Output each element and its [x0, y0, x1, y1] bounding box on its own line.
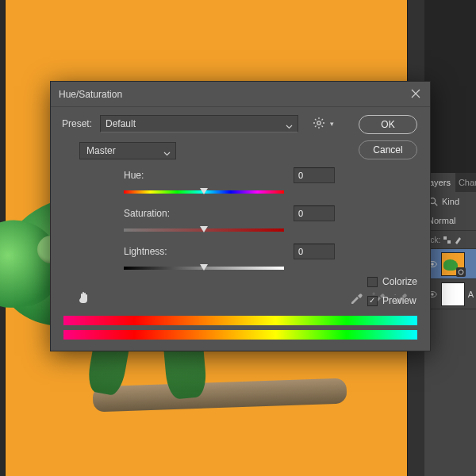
eyedropper-button[interactable]	[349, 290, 363, 307]
layer-filter-row[interactable]: Kind	[424, 192, 476, 211]
channel-value: Master	[86, 145, 116, 156]
layers-panel: ayers Chan Kind Normal ock: A	[424, 173, 476, 476]
preview-label: Preview	[382, 295, 416, 306]
svg-line-18	[315, 125, 317, 127]
output-spectrum	[63, 330, 417, 340]
layer-locks-row: ock:	[424, 230, 476, 249]
svg-point-5	[431, 263, 434, 266]
slider-thumb[interactable]	[200, 188, 208, 194]
gear-menu-caret: ▾	[330, 120, 334, 128]
layer-thumbnail	[441, 282, 465, 306]
dialog-title: Hue/Saturation	[59, 89, 411, 100]
svg-rect-3	[447, 240, 451, 244]
gear-icon	[313, 117, 325, 129]
layer-row-background[interactable]: A	[424, 279, 476, 309]
svg-point-6	[459, 270, 463, 274]
close-button[interactable]	[411, 89, 422, 100]
close-icon	[411, 89, 420, 98]
adjustment-badge-icon	[456, 267, 466, 277]
svg-line-19	[322, 119, 324, 121]
svg-point-8	[431, 293, 433, 295]
preset-menu-button[interactable]	[306, 117, 325, 132]
dialog-titlebar[interactable]: Hue/Saturation	[51, 82, 430, 107]
svg-point-11	[317, 121, 321, 124]
lightness-input[interactable]: 0	[294, 244, 335, 259]
svg-line-1	[435, 203, 438, 206]
saturation-input[interactable]: 0	[294, 205, 335, 221]
layer-label-suffix: A	[468, 290, 474, 299]
cancel-button[interactable]: Cancel	[359, 140, 417, 159]
chevron-down-icon	[286, 121, 293, 132]
lightness-label[interactable]: Lightness:	[124, 246, 190, 257]
hand-icon	[76, 290, 92, 305]
lightness-slider[interactable]	[124, 264, 284, 272]
blend-mode-value: Normal	[428, 216, 455, 225]
preset-value: Default	[106, 118, 136, 129]
brush-icon[interactable]	[454, 236, 463, 244]
chevron-down-icon	[163, 148, 171, 159]
tab-channels[interactable]: Chan	[455, 178, 476, 187]
saturation-slider[interactable]	[124, 226, 284, 234]
saturation-label[interactable]: Saturation:	[124, 208, 190, 219]
channel-dropdown[interactable]: Master	[79, 142, 176, 159]
hue-label[interactable]: Hue:	[124, 170, 190, 181]
lock-pixels-icon[interactable]	[443, 236, 451, 244]
layer-row-adjustment[interactable]	[424, 249, 476, 279]
layer-thumbnail	[441, 252, 465, 276]
svg-rect-2	[443, 236, 447, 240]
preset-label: Preset:	[62, 118, 92, 129]
eyedropper-icon	[349, 290, 363, 305]
colorize-checkbox[interactable]	[367, 277, 378, 287]
layer-filter-label: Kind	[442, 197, 459, 206]
hue-saturation-dialog: Hue/Saturation Preset: Default ▾ OK Canc…	[50, 81, 431, 351]
hue-input[interactable]: 0	[294, 167, 335, 183]
blend-mode-dropdown[interactable]: Normal	[424, 211, 476, 230]
slider-thumb[interactable]	[200, 226, 208, 232]
ok-button[interactable]: OK	[359, 115, 417, 134]
hue-slider[interactable]	[124, 188, 284, 196]
preview-checkbox[interactable]	[367, 296, 378, 306]
svg-line-16	[315, 119, 317, 121]
colorize-label: Colorize	[382, 276, 417, 287]
preset-dropdown[interactable]: Default	[100, 115, 298, 132]
targeted-adjustment-button[interactable]	[76, 290, 92, 308]
slider-thumb[interactable]	[200, 264, 208, 271]
svg-line-17	[322, 125, 324, 127]
input-spectrum	[63, 316, 417, 325]
